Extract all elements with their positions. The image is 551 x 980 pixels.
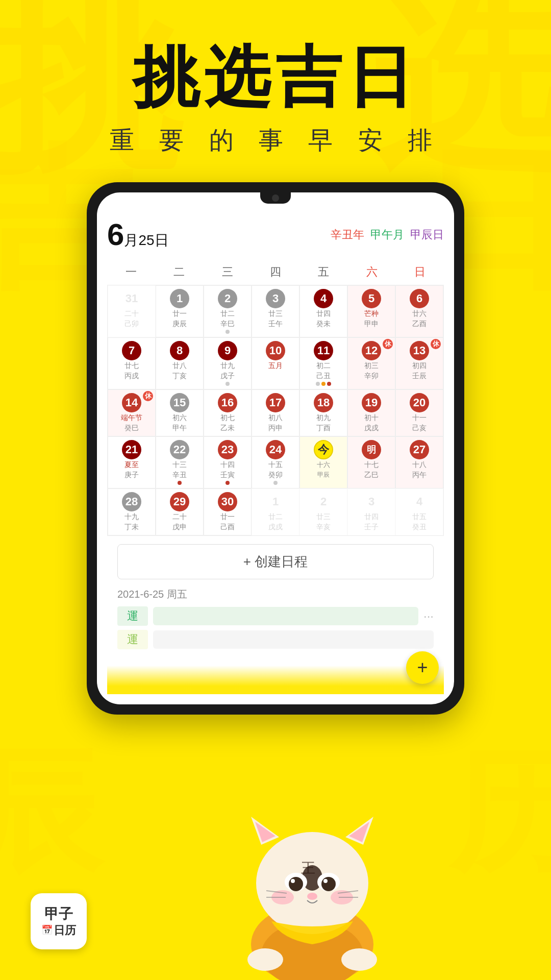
day-number: 11	[314, 341, 333, 360]
day-ganzhi: 丙午	[412, 471, 427, 480]
cal-day-3-next[interactable]: 3 廿四 壬子	[347, 488, 395, 535]
day-number: 明	[362, 440, 381, 459]
cal-day-10[interactable]: 10 五月	[252, 337, 299, 389]
date-suffix: 月25日	[124, 232, 168, 248]
day-lunar: 廿一	[220, 512, 235, 522]
cal-day-ming[interactable]: 明 十七 乙巳	[347, 436, 395, 488]
day-ganzhi: 乙巳	[364, 471, 379, 480]
day-number: 6	[410, 289, 429, 308]
schedule-bar	[153, 607, 418, 625]
cal-day-1-next[interactable]: 1 廿二 戊戌	[252, 488, 299, 535]
cal-day-7[interactable]: 7 廿七 丙戌	[108, 337, 156, 389]
cal-day-31-prev[interactable]: 31 二十 己卯	[108, 285, 156, 337]
cal-day-19[interactable]: 19 初十 戊戌	[347, 389, 395, 436]
cal-day-3[interactable]: 3 廿三 壬午	[252, 285, 299, 337]
day-number: 3	[362, 492, 381, 511]
day-lunar: 初九	[316, 413, 331, 423]
cal-day-16[interactable]: 16 初七 乙未	[204, 389, 252, 436]
day-lunar: 初十	[364, 413, 379, 423]
day-number: 2	[218, 289, 237, 308]
cal-day-1[interactable]: 1 廿一 庚辰	[156, 285, 204, 337]
day-number: 1	[170, 289, 189, 308]
cal-day-25-today[interactable]: 今 十六 甲辰	[299, 436, 347, 488]
calendar-date: 6月25日	[107, 217, 169, 252]
cal-day-5[interactable]: 5 芒种 甲申	[347, 285, 395, 337]
cal-day-12[interactable]: 休 12 初三 辛卯	[347, 337, 395, 389]
day-lunar: 十四	[220, 460, 235, 470]
day-number: 31	[122, 289, 141, 308]
cal-day-14[interactable]: 休 14 端午节 癸巳	[108, 389, 156, 436]
cal-day-29[interactable]: 29 二十 戊申	[156, 488, 204, 535]
day-number: 29	[170, 492, 189, 511]
cal-day-24[interactable]: 24 十五 癸卯	[252, 436, 299, 488]
day-lunar: 初二	[316, 361, 331, 371]
day-number: 7	[122, 341, 141, 360]
cal-day-28[interactable]: 28 十九 丁未	[108, 488, 156, 535]
weekday-thu: 四	[252, 262, 299, 282]
cal-day-11[interactable]: 11 初二 己丑	[299, 337, 347, 389]
day-number: 2	[314, 492, 333, 511]
event-dot	[226, 330, 230, 334]
cal-day-30[interactable]: 30 廿一 己酉	[204, 488, 252, 535]
day-number: 4	[410, 492, 429, 511]
day-ganzhi: 癸丑	[412, 523, 427, 532]
holiday-badge: 休	[383, 339, 393, 349]
svg-point-11	[321, 877, 336, 891]
cal-day-21[interactable]: 21 夏至 庚子	[108, 436, 156, 488]
cal-day-6[interactable]: 6 廿六 乙酉	[395, 285, 443, 337]
cal-day-18[interactable]: 18 初九 丁酉	[299, 389, 347, 436]
cal-day-27[interactable]: 27 十八 丙午	[395, 436, 443, 488]
svg-point-23	[341, 948, 377, 971]
create-schedule-button[interactable]: + 创建日程	[117, 544, 434, 579]
cal-day-2[interactable]: 2 廿二 辛巳	[204, 285, 252, 337]
day-ganzhi: 壬寅	[220, 471, 235, 480]
cal-day-4-next[interactable]: 4 廿五 癸丑	[395, 488, 443, 535]
app-logo-sub: 日历	[54, 923, 76, 938]
svg-point-14	[307, 893, 317, 900]
event-dot	[273, 481, 278, 485]
cal-day-4[interactable]: 4 廿四 癸未	[299, 285, 347, 337]
day-ganzhi: 甲申	[364, 320, 379, 329]
cal-day-23[interactable]: 23 十四 壬寅	[204, 436, 252, 488]
phone-notch	[260, 192, 291, 204]
weekday-wed: 三	[204, 262, 252, 282]
day-lunar: 十一	[412, 413, 427, 423]
cal-day-15[interactable]: 15 初六 甲午	[156, 389, 204, 436]
schedule-more-icon[interactable]: ···	[423, 609, 434, 623]
day-ganzhi: 乙未	[220, 424, 235, 433]
cal-day-13[interactable]: 休 13 初四 壬辰	[395, 337, 443, 389]
day-lunar: 十八	[412, 460, 427, 470]
day-number: 28	[122, 492, 141, 511]
day-ganzhi: 己酉	[220, 523, 235, 532]
day-number: 24	[266, 440, 285, 459]
schedule-item-yun2: 運	[117, 630, 434, 649]
day-ganzhi: 戊申	[172, 523, 187, 532]
camera-icon	[272, 194, 279, 202]
schedule-item-yun: 運 ···	[117, 606, 434, 626]
day-ganzhi: 辛卯	[364, 372, 379, 381]
lunar-year: 辛丑年	[331, 227, 364, 242]
day-number: 21	[122, 440, 141, 459]
cal-day-17[interactable]: 17 初八 丙申	[252, 389, 299, 436]
svg-point-10	[289, 877, 303, 891]
day-ganzhi: 丁亥	[172, 372, 187, 381]
cal-day-9[interactable]: 9 廿九 戊子	[204, 337, 252, 389]
event-dot	[321, 382, 325, 386]
weekday-tue: 二	[155, 262, 203, 282]
cal-day-8[interactable]: 8 廿八 丁亥	[156, 337, 204, 389]
day-number: 14	[122, 393, 141, 412]
day-number: 17	[266, 393, 285, 412]
day-ganzhi: 癸卯	[268, 471, 283, 480]
day-number: 18	[314, 393, 333, 412]
day-lunar: 廿七	[124, 361, 139, 371]
cal-day-2-next[interactable]: 2 廿三 辛亥	[299, 488, 347, 535]
cal-day-22[interactable]: 22 十三 辛丑	[156, 436, 204, 488]
cat-illustration: 王	[220, 771, 404, 980]
day-ganzhi: 丙戌	[124, 372, 139, 381]
fab-plus-button[interactable]: +	[406, 651, 439, 684]
main-title: 挑选吉日	[110, 41, 441, 114]
app-logo: 甲子 📅 日历	[31, 893, 87, 949]
day-lunar: 廿九	[220, 361, 235, 371]
cal-day-20[interactable]: 20 十一 己亥	[395, 389, 443, 436]
day-ganzhi: 乙酉	[412, 320, 427, 329]
